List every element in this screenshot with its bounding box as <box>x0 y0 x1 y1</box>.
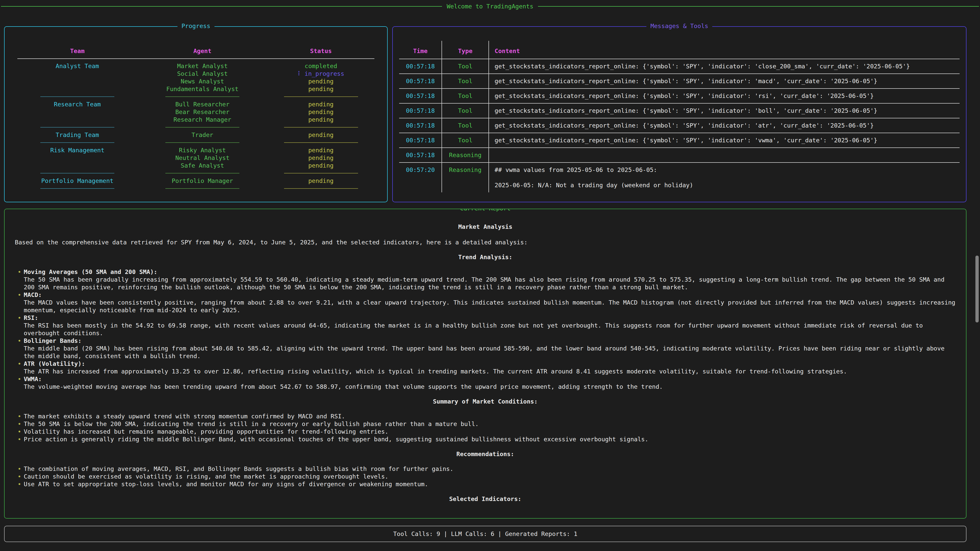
team-label: Analyst Team <box>16 62 138 70</box>
message-content-line: get_stockstats_indicators_report_online:… <box>495 77 959 85</box>
agent-label: Portfolio Manager <box>138 177 266 185</box>
message-type: Tool <box>442 59 489 74</box>
agent-label: Bull Researcher <box>138 100 266 108</box>
message-content: ## vwma values from 2025-05-06 to 2025-0… <box>489 162 959 192</box>
progress-row: Risk ManagementRisky Analystpending <box>5 146 387 154</box>
stats-bar: Tool Calls: 9 | LLM Calls: 6 | Generated… <box>4 526 966 542</box>
message-content-line: get_stockstats_indicators_report_online:… <box>495 107 959 114</box>
message-time: 00:57:18 <box>399 118 442 133</box>
message-row: 00:57:18Toolget_stockstats_indicators_re… <box>399 103 959 118</box>
message-time: 00:57:18 <box>399 148 442 162</box>
report-bullet: The market exhibits a steady upward tren… <box>15 413 956 420</box>
progress-row: Social Analyst⠇in_progress <box>5 70 387 78</box>
top-row: Progress Team Agent Status Analyst TeamM… <box>4 26 966 202</box>
team-label <box>16 78 138 85</box>
message-row: 00:57:18Toolget_stockstats_indicators_re… <box>399 59 959 74</box>
report-bullet: ATR (Volatility):The ATR has increased f… <box>15 360 956 375</box>
bullet-label: ATR (Volatility): <box>24 360 956 368</box>
message-content-line: get_stockstats_indicators_report_online:… <box>495 92 959 100</box>
report-bullet-list: Moving Averages (50 SMA and 200 SMA):The… <box>15 268 956 391</box>
status-label: pending <box>266 146 375 154</box>
report-bullet-list: The market exhibits a steady upward tren… <box>15 413 956 443</box>
message-row: 00:57:18Reasoning <box>399 148 959 162</box>
status-separator-line <box>284 97 358 97</box>
status-separator-line <box>284 188 358 189</box>
message-row: 00:57:18Toolget_stockstats_indicators_re… <box>399 133 959 148</box>
team-label <box>16 116 138 124</box>
bullet-text: The 50 SMA is below the 200 SMA, indicat… <box>24 420 956 428</box>
bullet-text: The market exhibits a steady upward tren… <box>24 413 956 420</box>
bullet-text: Volatility has increased but remains man… <box>24 428 956 435</box>
report-panel-title: Current Report <box>456 209 514 212</box>
messages-table-body: 00:57:18Toolget_stockstats_indicators_re… <box>399 59 959 192</box>
stats-text: Tool Calls: 9 | LLM Calls: 6 | Generated… <box>393 530 578 537</box>
message-type: Reasoning <box>442 148 489 162</box>
agent-separator-line <box>165 127 239 127</box>
message-time: 00:57:18 <box>399 89 442 103</box>
scrollbar-thumb[interactable] <box>975 256 979 322</box>
bullet-text: The 50 SMA has been gradually increasing… <box>24 276 956 291</box>
status-label: pending <box>266 177 375 185</box>
progress-row: Neutral Analystpending <box>5 154 387 162</box>
agent-label: Market Analyst <box>138 62 266 70</box>
progress-group-separator <box>5 169 387 177</box>
message-content: get_stockstats_indicators_report_online:… <box>489 89 959 103</box>
messages-table: Time Type Content 00:57:18Toolget_stocks… <box>399 41 959 192</box>
bullet-text: The RSI has been mostly in the 54.92 to … <box>24 322 956 337</box>
progress-row: Fundamentals Analystpending <box>5 85 387 93</box>
report-bullet: The 50 SMA is below the 200 SMA, indicat… <box>15 420 956 428</box>
message-content-line: 2025-06-05: N/A: Not a trading day (week… <box>495 181 959 189</box>
report-section-heading: Selected Indicators: <box>15 495 956 503</box>
message-time: 00:57:18 <box>399 74 442 89</box>
team-separator-line <box>40 97 115 97</box>
message-row: 00:57:18Toolget_stockstats_indicators_re… <box>399 89 959 103</box>
message-content: get_stockstats_indicators_report_online:… <box>489 59 959 74</box>
status-label: pending <box>266 162 375 169</box>
report-bullet: RSI:The RSI has been mostly in the 54.92… <box>15 314 956 337</box>
team-separator-line <box>40 142 115 143</box>
team-label: Trading Team <box>16 131 138 139</box>
team-label: Risk Management <box>16 146 138 154</box>
report-bullet: Moving Averages (50 SMA and 200 SMA):The… <box>15 268 956 291</box>
bullet-label: VWMA: <box>24 375 956 383</box>
bullet-text: The combination of moving averages, MACD… <box>24 465 956 473</box>
bullet-label: MACD: <box>24 291 956 299</box>
rule-line-right <box>538 6 979 6</box>
progress-row: Portfolio ManagementPortfolio Managerpen… <box>5 177 387 185</box>
report-panel: Current Report Market Analysis Based on … <box>4 209 966 519</box>
team-separator-line <box>40 127 115 127</box>
messages-panel: Messages & Tools Time Type Content 00:57… <box>392 26 966 202</box>
agent-separator-line <box>165 142 239 143</box>
report-bullet: Volatility has increased but remains man… <box>15 428 956 435</box>
status-label: ⠇in_progress <box>266 70 375 78</box>
report-bullet-list: The combination of moving averages, MACD… <box>15 465 956 488</box>
message-content: get_stockstats_indicators_report_online:… <box>489 103 959 118</box>
progress-group-separator <box>5 93 387 100</box>
message-time: 00:57:18 <box>399 59 442 74</box>
agent-separator-line <box>165 188 239 189</box>
message-content: get_stockstats_indicators_report_online:… <box>489 74 959 89</box>
bullet-text: The middle band (20 SMA) has been rising… <box>24 345 956 360</box>
report-section-heading: Trend Analysis: <box>15 253 956 261</box>
report-bullet: Use ATR to set appropriate stop-loss lev… <box>15 480 956 488</box>
progress-header-rule <box>18 59 374 59</box>
team-label: Portfolio Management <box>16 177 138 185</box>
report-bullet: Caution should be exercised as volatilit… <box>15 473 956 480</box>
messages-col-content: Content <box>489 41 959 59</box>
progress-row: Safe Analystpending <box>5 162 387 169</box>
message-row: 00:57:20Reasoning## vwma values from 202… <box>399 162 959 192</box>
agent-separator-line <box>165 173 239 173</box>
message-content <box>489 148 959 162</box>
team-label <box>16 70 138 78</box>
bullet-text: Use ATR to set appropriate stop-loss lev… <box>24 480 956 488</box>
agent-separator-line <box>165 97 239 97</box>
message-row: 00:57:18Toolget_stockstats_indicators_re… <box>399 74 959 89</box>
rule-line-left <box>1 6 442 6</box>
message-type: Tool <box>442 103 489 118</box>
messages-col-time: Time <box>399 41 442 59</box>
report-bullet: The combination of moving averages, MACD… <box>15 465 956 473</box>
progress-col-agent: Agent <box>138 47 266 55</box>
status-label: pending <box>266 85 375 93</box>
progress-col-team: Team <box>16 47 138 55</box>
agent-label: Bear Researcher <box>138 108 266 116</box>
